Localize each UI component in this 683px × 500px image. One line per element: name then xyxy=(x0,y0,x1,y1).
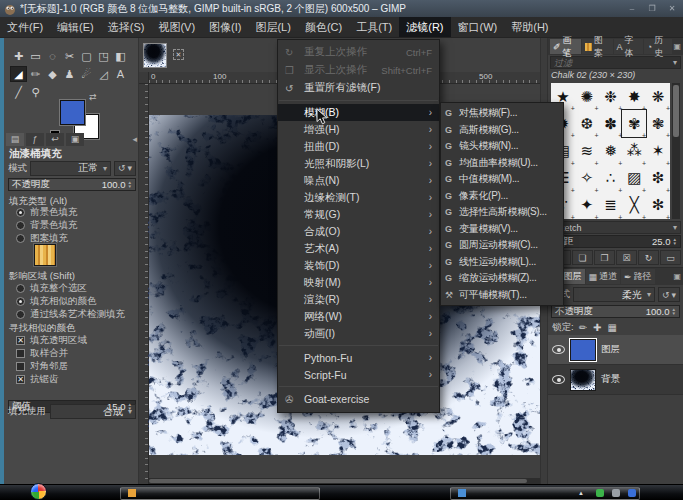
new-brush-button[interactable]: ❏ xyxy=(572,250,593,265)
menu-item-animation[interactable]: 动画(I)› xyxy=(278,325,439,342)
menu-select[interactable]: 选择(S) xyxy=(101,17,152,37)
brush-item[interactable]: ❋ xyxy=(646,83,670,110)
image-tab-thumbnail[interactable] xyxy=(143,43,167,68)
menu-item-mean-curvature-blur[interactable]: G均值曲率模糊(U)... xyxy=(441,155,563,172)
refresh-brushes-button[interactable]: ↻ xyxy=(638,250,659,265)
free-select-tool[interactable]: ◌ xyxy=(44,48,61,64)
foreground-color-swatch[interactable] xyxy=(60,100,85,125)
menu-item-render[interactable]: 渲染(R)› xyxy=(278,291,439,308)
menu-item-noise[interactable]: 噪点(N)› xyxy=(278,172,439,189)
measure-tool[interactable]: ╱ xyxy=(10,84,27,100)
dock-collapse-icon[interactable]: ◂ xyxy=(132,134,137,144)
crop-tool[interactable]: ▢ xyxy=(78,48,95,64)
pattern-swatch[interactable] xyxy=(34,244,56,266)
lock-alpha-icon[interactable]: ▦ xyxy=(607,322,616,333)
menu-item-lens-blur[interactable]: G镜头模糊(N)... xyxy=(441,138,563,155)
layer-mode-reset-button[interactable]: ↺ ▾ xyxy=(658,287,680,302)
menu-item-gaussian-blur[interactable]: G高斯模糊(G)... xyxy=(441,122,563,139)
menu-item-selective-gaussian-blur[interactable]: G选择性高斯模糊(S)... xyxy=(441,204,563,221)
menu-item-distorts[interactable]: 扭曲(D)› xyxy=(278,138,439,155)
fill-fg-radio[interactable]: 前景色填充 xyxy=(16,206,78,219)
smudge-tool[interactable]: ☄ xyxy=(78,66,95,82)
minimize-button[interactable]: – xyxy=(625,4,639,13)
menu-item-pixelize[interactable]: G像素化(P)... xyxy=(441,188,563,205)
spinner-arrows-icon[interactable]: ▲▼ xyxy=(128,403,132,411)
menu-help[interactable]: 帮助(H) xyxy=(504,17,555,37)
brush-tag-select[interactable]: Sketch ▾ xyxy=(550,221,681,234)
brush-item[interactable]: ✸ xyxy=(622,83,646,110)
menu-item-tileable-blur[interactable]: ⚒可平铺模糊(T)... xyxy=(441,287,563,304)
delete-brush-button[interactable]: ☒ xyxy=(616,250,637,265)
tray-icon-blue[interactable] xyxy=(628,489,636,497)
fill-similar-colors-radio[interactable]: 填充相似的颜色 xyxy=(16,295,97,308)
mode-reset-button[interactable]: ↺ ▾ xyxy=(114,161,136,176)
visibility-eye-icon[interactable] xyxy=(552,345,565,354)
fill-line-art-radio[interactable]: 通过线条艺术检测填充 xyxy=(16,308,125,321)
duplicate-brush-button[interactable]: ❐ xyxy=(594,250,615,265)
menu-item-python-fu[interactable]: Python-Fu› xyxy=(278,349,439,366)
menu-windows[interactable]: 窗口(W) xyxy=(451,17,505,37)
transform-tool[interactable]: ◳ xyxy=(95,48,112,64)
menu-edit[interactable]: 编辑(E) xyxy=(50,17,101,37)
tab-brushes[interactable]: ✐ 画笔 xyxy=(550,39,581,54)
tab-paths[interactable]: ✒ 路径 xyxy=(621,269,655,284)
opacity-slider[interactable]: 不透明度 100.0 ▲▼ xyxy=(8,178,136,191)
brush-item[interactable]: ▨ xyxy=(622,165,646,192)
clone-tool[interactable]: ♟ xyxy=(61,66,78,82)
diagonal-neighbors-checkbox[interactable]: 对角邻居 xyxy=(16,360,68,373)
menu-item-variable-blur[interactable]: G变量模糊(V)... xyxy=(441,221,563,238)
menu-item-linear-motion-blur[interactable]: G线性运动模糊(L)... xyxy=(441,254,563,271)
layer-thumbnail[interactable] xyxy=(570,339,596,361)
menu-item-circular-motion-blur[interactable]: G圆周运动模糊(C)... xyxy=(441,237,563,254)
tray-icon-gray[interactable] xyxy=(612,489,620,497)
menu-item-map[interactable]: 映射(M)› xyxy=(278,274,439,291)
menu-tools[interactable]: 工具(T) xyxy=(349,17,399,37)
tab-channels[interactable]: ▦ 通道 xyxy=(586,269,621,284)
tray-hidden-icons-icon[interactable]: ▲ xyxy=(578,490,584,496)
brush-filter-input[interactable] xyxy=(554,58,673,68)
menu-view[interactable]: 视图(V) xyxy=(151,17,202,37)
menu-item-median-blur[interactable]: G中值模糊(M)... xyxy=(441,171,563,188)
brush-item[interactable]: ❃ xyxy=(646,110,670,137)
brush-spacing-slider[interactable]: 间距 25.0 ▲▼ xyxy=(550,235,681,248)
layer-opacity-slider[interactable]: 不透明度 100.0 ▲▼ xyxy=(551,305,680,318)
zoom-tool[interactable]: ⚲ xyxy=(27,84,44,100)
menu-layer[interactable]: 图层(L) xyxy=(248,17,297,37)
perspective-clone-tool[interactable]: ◿ xyxy=(95,66,112,82)
brush-item[interactable]: ❅ xyxy=(599,137,623,164)
menu-item-artistic[interactable]: 艺术(A)› xyxy=(278,240,439,257)
maximize-button[interactable]: ❐ xyxy=(645,4,659,13)
scrollbar-thumb[interactable] xyxy=(673,85,679,137)
menu-item-goat-exercise[interactable]: ✇ Goat-exercise xyxy=(278,390,439,408)
brush-item[interactable]: ✻ xyxy=(646,192,670,219)
brush-item[interactable]: ❉ xyxy=(599,83,623,110)
tab-tool-options[interactable]: ▤ xyxy=(6,133,24,146)
taskbar-app-button[interactable] xyxy=(120,487,320,500)
eraser-tool[interactable]: ◆ xyxy=(44,66,61,82)
brush-item[interactable]: ✺ xyxy=(575,83,599,110)
paint-mode-select[interactable]: 正常 ▾ xyxy=(30,161,111,176)
spinner-arrows-icon[interactable]: ▲▼ xyxy=(672,308,676,316)
lock-pixels-icon[interactable]: ✏ xyxy=(579,322,587,333)
spinner-arrows-icon[interactable]: ▲▼ xyxy=(128,181,132,189)
dock-menu-icon[interactable]: ▣ xyxy=(673,272,681,281)
brush-item[interactable]: ❆ xyxy=(575,110,599,137)
scrollbar-thumb[interactable] xyxy=(149,479,527,483)
scissors-select-tool[interactable]: ✂ xyxy=(61,48,78,64)
paintbrush-tool[interactable]: ✏ xyxy=(27,66,44,82)
layer-row-selected[interactable]: 图层 xyxy=(548,335,683,365)
brush-item[interactable]: ╳ xyxy=(622,192,646,219)
menu-file[interactable]: 文件(F) xyxy=(0,17,50,37)
menu-item-reset-all-filters[interactable]: ↺ 重置所有滤镜(F) xyxy=(278,79,439,97)
menu-item-decor[interactable]: 装饰(D)› xyxy=(278,257,439,274)
menu-filters[interactable]: 滤镜(R) xyxy=(399,17,450,37)
menu-colors[interactable]: 颜色(C) xyxy=(298,17,349,37)
menu-item-blur[interactable]: 模糊(B)› xyxy=(278,104,439,121)
menu-item-edge-detect[interactable]: 边缘检测(T)› xyxy=(278,189,439,206)
open-brush-button[interactable]: ▭ xyxy=(660,250,681,265)
menu-item-zoom-motion-blur[interactable]: G缩放运动模糊(Z)... xyxy=(441,270,563,287)
menu-image[interactable]: 图像(I) xyxy=(202,17,248,37)
tab-device-status[interactable]: ƒ xyxy=(26,133,44,146)
tray-icon-green[interactable] xyxy=(596,489,604,497)
start-button[interactable] xyxy=(30,483,47,500)
